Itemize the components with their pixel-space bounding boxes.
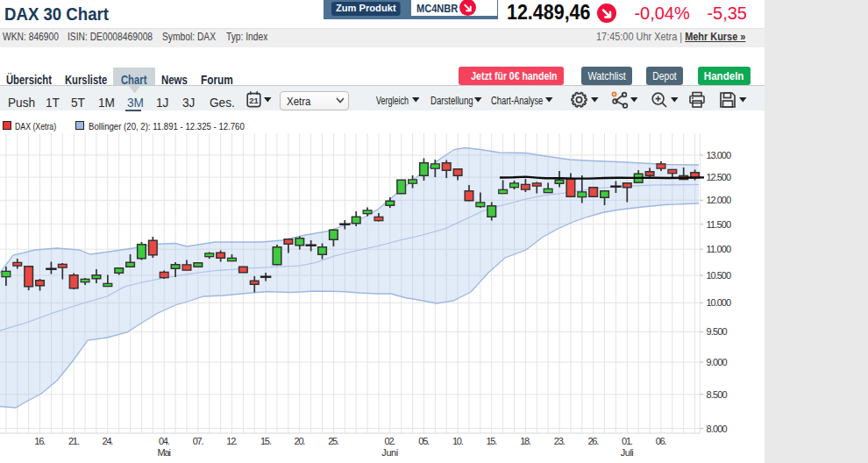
svg-text:13.000: 13.000 bbox=[707, 150, 732, 160]
svg-text:23.: 23. bbox=[554, 436, 566, 446]
svg-text:07.: 07. bbox=[193, 436, 204, 446]
svg-text:Juni: Juni bbox=[381, 447, 398, 458]
svg-text:12.: 12. bbox=[226, 436, 238, 446]
svg-text:15.: 15. bbox=[260, 436, 272, 446]
svg-text:9.500: 9.500 bbox=[707, 326, 728, 337]
svg-text:04.: 04. bbox=[159, 436, 170, 446]
svg-text:02.: 02. bbox=[385, 436, 396, 446]
svg-text:20.: 20. bbox=[295, 436, 306, 446]
svg-text:11.500: 11.500 bbox=[707, 219, 732, 230]
svg-text:25.: 25. bbox=[328, 436, 339, 446]
svg-text:9.000: 9.000 bbox=[707, 357, 728, 367]
svg-text:18.: 18. bbox=[520, 436, 531, 446]
svg-text:16.: 16. bbox=[34, 436, 46, 446]
svg-text:8.500: 8.500 bbox=[707, 389, 728, 400]
svg-text:12.500: 12.500 bbox=[707, 172, 732, 182]
svg-text:12.000: 12.000 bbox=[707, 195, 732, 205]
svg-text:05.: 05. bbox=[418, 436, 430, 446]
svg-text:15.: 15. bbox=[487, 436, 498, 446]
svg-text:24.: 24. bbox=[103, 436, 114, 446]
svg-text:Juli: Juli bbox=[621, 447, 634, 458]
svg-text:10.500: 10.500 bbox=[707, 270, 732, 281]
svg-text:10.: 10. bbox=[452, 436, 464, 446]
svg-text:11.000: 11.000 bbox=[707, 244, 732, 254]
svg-text:01.: 01. bbox=[622, 436, 633, 446]
svg-text:06.: 06. bbox=[656, 436, 667, 446]
svg-text:Mai: Mai bbox=[158, 447, 172, 458]
svg-text:26.: 26. bbox=[588, 436, 600, 446]
svg-text:21.: 21. bbox=[68, 436, 80, 446]
svg-text:10.000: 10.000 bbox=[707, 297, 732, 308]
svg-text:8.000: 8.000 bbox=[707, 424, 728, 434]
svg-text:21: 21 bbox=[249, 95, 259, 104]
